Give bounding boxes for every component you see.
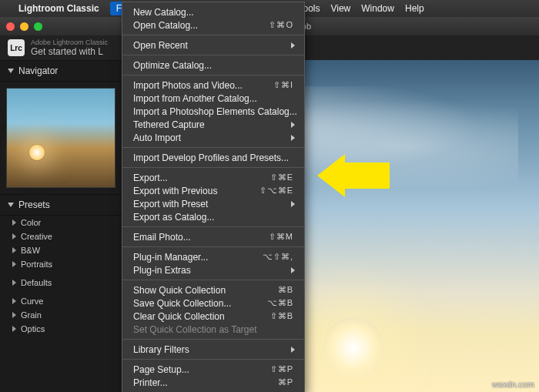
file-menu-item[interactable]: Tethered Capture (122, 118, 304, 131)
preset-grain[interactable]: Grain (0, 308, 123, 322)
preset-label: Portraits (21, 260, 52, 269)
file-menu-item[interactable]: Plug-in Manager...⌥⇧⌘, (122, 250, 304, 263)
menu-shortcut: ⇧⌘M (269, 232, 293, 242)
sun-decor (323, 317, 384, 379)
menu-item-label: Import Photos and Video... (133, 80, 273, 91)
app-name: Lightroom Classic (18, 3, 99, 14)
file-menu-item[interactable]: Email Photo...⇧⌘M (122, 230, 304, 243)
preset-label: Color (21, 218, 41, 227)
file-menu-dropdown: New Catalog...Open Catalog...⇧⌘OOpen Rec… (122, 2, 305, 392)
menu-shortcut: ⇧⌘O (269, 20, 293, 30)
file-menu-item[interactable]: Export...⇧⌘E (122, 171, 304, 184)
preset-color[interactable]: Color (0, 216, 123, 230)
zoom-icon[interactable] (34, 22, 42, 31)
file-menu-item[interactable]: New Catalog... (122, 5, 304, 18)
menu-item-label: Show Quick Collection (133, 285, 278, 296)
file-menu-item[interactable]: Library Filters (122, 343, 304, 356)
preset-defaults[interactable]: Defaults (0, 276, 123, 290)
navigator-panel-header[interactable]: Navigator (0, 60, 123, 82)
preset-label: Creative (21, 232, 52, 241)
left-sidebar: Navigator Presets Color Creative B&W Por… (0, 60, 123, 392)
file-menu-item[interactable]: Printer...⌘P (122, 376, 304, 389)
chevron-right-icon (291, 267, 295, 273)
menu-item-label: New Catalog... (133, 7, 293, 18)
chevron-right-icon (12, 298, 16, 304)
menu-item-label: Set Quick Collection as Target (133, 324, 293, 335)
presets-label: Presets (18, 199, 50, 210)
preset-creative[interactable]: Creative (0, 230, 123, 243)
menu-item-label: Import a Photoshop Elements Catalog... (133, 106, 297, 117)
lrc-logo-icon: Lrc (8, 39, 25, 56)
file-menu-item[interactable]: Show Quick Collection⌘B (122, 283, 304, 297)
preset-label: Optics (21, 324, 45, 333)
annotation-arrow-icon (317, 154, 390, 197)
minimize-icon[interactable] (20, 22, 28, 31)
file-menu-item[interactable]: Page Setup...⇧⌘P (122, 363, 304, 376)
chevron-right-icon (291, 135, 295, 141)
chevron-right-icon (12, 219, 16, 226)
menu-item-label: Export as Catalog... (133, 212, 293, 223)
preset-portraits[interactable]: Portraits (0, 257, 123, 271)
menu-item-label: Import Develop Profiles and Presets... (133, 152, 293, 163)
menu-item-label: Email Photo... (133, 232, 269, 243)
menu-shortcut: ⇧⌘B (270, 311, 293, 321)
preset-label: B&W (21, 246, 40, 255)
file-menu-item[interactable]: Import from Another Catalog... (122, 92, 304, 105)
presets-panel-header[interactable]: Presets (0, 194, 123, 216)
close-icon[interactable] (6, 22, 15, 31)
file-menu-item[interactable]: Plug-in Extras (122, 263, 304, 276)
triangle-down-icon (8, 69, 14, 73)
preset-bw[interactable]: B&W (0, 243, 123, 257)
file-menu-item[interactable]: Import a Photoshop Elements Catalog... (122, 105, 304, 118)
menu-item-label: Plug-in Extras (133, 265, 293, 276)
file-menu-item[interactable]: Save Quick Collection...⌥⌘B (122, 297, 304, 310)
file-menu-item[interactable]: Clear Quick Collection⇧⌘B (122, 310, 304, 323)
chevron-right-icon (12, 233, 16, 240)
navigator-thumbnail[interactable] (6, 88, 116, 188)
file-menu-item[interactable]: Export with Preset (122, 197, 304, 210)
file-menu-item[interactable]: Export as Catalog... (122, 210, 304, 223)
menu-shortcut: ⌘P (278, 377, 293, 387)
preset-label: Defaults (21, 278, 52, 287)
navigator-label: Navigator (18, 65, 58, 76)
file-menu-item[interactable]: Auto Import (122, 131, 304, 144)
watermark-label: wsxdn.com (492, 380, 534, 389)
chevron-right-icon (12, 247, 16, 253)
menu-item-label: Save Quick Collection... (133, 298, 267, 309)
menu-shortcut: ⇧⌘E (270, 173, 293, 183)
menu-item-label: Clear Quick Collection (133, 311, 270, 322)
menu-help[interactable]: Help (405, 3, 424, 14)
menu-shortcut: ⌥⇧⌘, (263, 252, 293, 262)
triangle-down-icon (8, 203, 14, 207)
menu-item-label: Plug-in Manager... (133, 252, 263, 263)
preset-curve[interactable]: Curve (0, 294, 123, 308)
chevron-right-icon (12, 280, 16, 286)
preset-optics[interactable]: Optics (0, 322, 123, 336)
menu-item-label: Printer... (133, 377, 278, 388)
menu-item-label: Auto Import (133, 132, 293, 143)
menu-item-label: Tethered Capture (133, 119, 293, 130)
chevron-right-icon (12, 326, 16, 332)
chevron-right-icon (291, 347, 295, 353)
menu-view[interactable]: View (330, 3, 350, 14)
menu-window[interactable]: Window (361, 3, 394, 14)
window-controls (6, 22, 42, 31)
file-menu-item[interactable]: Import Photos and Video...⇧⌘I (122, 79, 304, 92)
menu-shortcut: ⇧⌥⌘E (259, 186, 293, 196)
menu-item-label: Export... (133, 173, 270, 183)
menu-shortcut: ⇧⌘P (270, 364, 293, 374)
menu-item-label: Export with Previous (133, 186, 259, 196)
file-menu-item[interactable]: Import Develop Profiles and Presets... (122, 151, 304, 164)
chevron-right-icon (12, 312, 16, 318)
menu-item-label: Export with Preset (133, 199, 293, 209)
file-menu-item[interactable]: Open Catalog...⇧⌘O (122, 18, 304, 32)
file-menu-item: Set Quick Collection as Target (122, 323, 304, 336)
menu-shortcut: ⌘B (278, 285, 293, 295)
menu-item-label: Page Setup... (133, 364, 270, 375)
file-menu-item[interactable]: Export with Previous⇧⌥⌘E (122, 184, 304, 197)
preset-label: Curve (21, 297, 43, 306)
file-menu-item[interactable]: Open Recent (122, 39, 304, 52)
file-menu-item[interactable]: Optimize Catalog... (122, 59, 304, 72)
menu-shortcut: ⌥⌘B (267, 298, 293, 308)
chevron-right-icon (12, 261, 16, 267)
